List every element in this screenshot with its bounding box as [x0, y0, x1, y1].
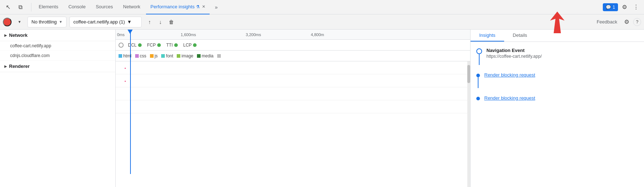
- timeline-bar: [125, 81, 126, 82]
- table-row[interactable]: [116, 87, 470, 100]
- legend-js: js: [150, 53, 158, 58]
- url-arrow-icon: ▼: [127, 19, 132, 25]
- tab-sources[interactable]: Sources: [91, 0, 117, 14]
- network-expand-icon: ▶: [4, 34, 7, 37]
- toolbar-icon-group: ↖ ⧉: [3, 2, 25, 12]
- network-section-header[interactable]: ▶ Network: [0, 30, 115, 41]
- list-item[interactable]: cdnjs.cloudflare.com: [0, 51, 115, 61]
- toolbar-divider: [31, 3, 31, 12]
- settings-icon[interactable]: ⚙: [619, 2, 630, 12]
- insights-content: Navigation Event https://coffee-cart.net…: [471, 42, 644, 106]
- nav-event-text: Navigation Event https://coffee-cart.net…: [486, 48, 542, 59]
- render-blocking-link-1[interactable]: Render blocking request: [484, 72, 535, 78]
- fcp-label: FCP: [147, 43, 156, 48]
- table-row[interactable]: [116, 61, 470, 74]
- lcp-label: LCP: [183, 43, 192, 48]
- css-label: css: [140, 53, 146, 58]
- scrollbar-track[interactable]: [467, 61, 470, 187]
- throttling-dropdown[interactable]: No throttling ▼: [27, 17, 66, 27]
- font-label: font: [166, 53, 173, 58]
- render-blocking-link-2[interactable]: Render blocking request: [484, 95, 535, 101]
- tab-insights[interactable]: Insights: [471, 30, 504, 42]
- tab-console[interactable]: Console: [64, 0, 90, 14]
- tti-label: TTI: [166, 43, 173, 48]
- legend-lcp: LCP: [183, 43, 198, 48]
- main-content: ▶ Network coffee-cart.netlify.app cdnjs.…: [0, 30, 644, 187]
- more-menu-icon[interactable]: ⋮: [631, 2, 641, 12]
- legend-bar: DCL FCP TTI LCP: [116, 40, 470, 51]
- render-blocking-text-2: Render blocking request: [484, 95, 535, 101]
- tti-dot: [174, 43, 178, 47]
- timeline-ruler: 0ms 1,600ms 3,200ms 4,800m: [116, 30, 470, 40]
- scrollbar-thumb[interactable]: [467, 65, 470, 83]
- list-item[interactable]: coffee-cart.netlify.app: [0, 41, 115, 51]
- render-dot-icon-1: [476, 74, 480, 77]
- toolbar2-actions: ↑ ↓ 🗑: [145, 17, 176, 27]
- legend-tti: TTI: [166, 43, 179, 48]
- render-blocking-text-1: Render blocking request: [484, 72, 535, 78]
- html-color-box: [119, 54, 122, 58]
- table-row[interactable]: [116, 74, 470, 87]
- close-tab-icon[interactable]: ✕: [202, 4, 205, 9]
- feedback-btn[interactable]: Feedback: [594, 18, 620, 26]
- legend-html: html: [119, 53, 132, 58]
- timeline-indicator-3: [476, 96, 480, 100]
- record-button[interactable]: [3, 18, 12, 26]
- beaker-icon: ⚗: [196, 4, 200, 9]
- insight-render-blocking-2: Render blocking request: [476, 95, 638, 101]
- timeline-indicator-2: [476, 73, 480, 88]
- timeline-area: 0ms 1,600ms 3,200ms 4,800m DCL FCP: [116, 30, 471, 187]
- tab-details[interactable]: Details: [504, 30, 536, 42]
- renderer-section-label: Renderer: [9, 64, 30, 69]
- nav-circle-icon: [476, 48, 482, 54]
- legend-media: media: [197, 53, 214, 58]
- legend-c-circle: [119, 43, 124, 48]
- upload-btn[interactable]: ↑: [145, 17, 155, 27]
- renderer-section-header[interactable]: ▶ Renderer: [0, 61, 115, 72]
- download-btn[interactable]: ↓: [155, 17, 166, 27]
- chat-icon: 💬: [606, 5, 611, 10]
- more-tabs-btn[interactable]: »: [211, 2, 221, 12]
- timeline-bar: [125, 68, 126, 69]
- lcp-dot: [193, 43, 197, 47]
- url-dropdown[interactable]: coffee-cart.netlify.app (1) ▼: [69, 17, 142, 27]
- ruler-mark-4800ms: 4,800m: [311, 32, 324, 37]
- timeline-vertical-line-2: [478, 77, 478, 88]
- resource-legend: html css js font image media: [116, 51, 470, 61]
- perf-toolbar: ▼ No throttling ▼ coffee-cart.netlify.ap…: [0, 14, 644, 30]
- network-section-label: Network: [9, 32, 27, 38]
- left-panel: ▶ Network coffee-cart.netlify.app cdnjs.…: [0, 30, 116, 187]
- cursor-icon[interactable]: ↖: [3, 2, 13, 12]
- table-row[interactable]: [116, 100, 470, 113]
- ruler-mark-0ms: 0ms: [117, 32, 125, 37]
- font-color-box: [161, 54, 165, 58]
- throttling-label: No throttling: [31, 19, 57, 25]
- insight-render-blocking-1: Render blocking request: [476, 72, 638, 88]
- legend-dc-group: [119, 43, 124, 48]
- js-label: js: [155, 53, 158, 58]
- image-label: image: [181, 53, 193, 58]
- render-dot-icon-2: [476, 97, 480, 100]
- chat-badge-btn[interactable]: 💬 1: [603, 3, 618, 11]
- help-icon[interactable]: ?: [633, 18, 641, 26]
- toolbar2-right: Feedback ⚙ ?: [594, 17, 641, 27]
- tab-network[interactable]: Network: [119, 0, 145, 14]
- legend-css: css: [135, 53, 146, 58]
- dcl-label: DCL: [128, 43, 137, 48]
- record-dropdown-icon[interactable]: ▼: [14, 17, 25, 27]
- timeline-indicator: [476, 48, 482, 65]
- tab-performance-insights[interactable]: Performance insights ⚗ ✕: [146, 0, 210, 14]
- legend-fcp: FCP: [147, 43, 162, 48]
- delete-btn[interactable]: 🗑: [166, 17, 176, 27]
- right-tabs: Insights Details: [471, 30, 644, 42]
- ruler-mark-3200ms: 3,200ms: [246, 32, 261, 37]
- tab-elements[interactable]: Elements: [34, 0, 63, 14]
- dcl-dot: [138, 43, 142, 47]
- extra-color-box: [217, 54, 221, 58]
- legend-image: image: [177, 53, 193, 58]
- settings2-icon[interactable]: ⚙: [622, 17, 632, 27]
- fcp-dot: [157, 43, 161, 47]
- layers-icon[interactable]: ⧉: [15, 2, 25, 12]
- legend-extra: [217, 54, 222, 58]
- nav-event-url: https://coffee-cart.netlify.app/: [486, 54, 542, 59]
